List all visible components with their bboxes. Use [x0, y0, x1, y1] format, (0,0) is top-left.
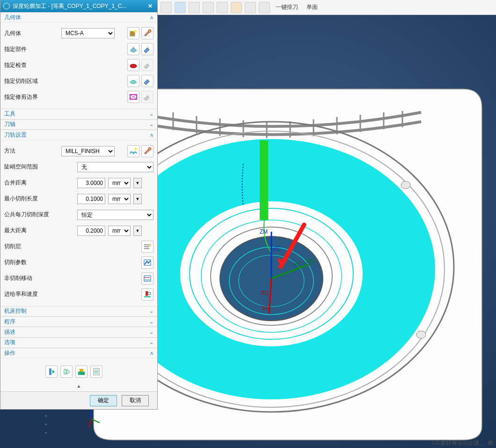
- chevron-up-icon: ʌ: [150, 350, 153, 356]
- max-dist-label: 最大距离: [4, 227, 74, 235]
- merge-dist-unit[interactable]: mm: [108, 178, 131, 188]
- section-operation-body: [0, 358, 157, 383]
- toolbar-icon[interactable]: [231, 2, 242, 13]
- axis-zc-label: ZC: [273, 245, 281, 252]
- min-cut-len-input[interactable]: [77, 194, 105, 204]
- wrench-icon[interactable]: [141, 27, 153, 39]
- section-description-label: 描述: [4, 328, 15, 336]
- svg-rect-49: [78, 372, 85, 375]
- zlevel-profile-dialog: 深度轮廓加工 - [等高_COPY_1_COPY_1_C... ✕ 几何体 ʌ …: [0, 0, 158, 410]
- part-geometry-icon[interactable]: [127, 43, 139, 55]
- section-options-header[interactable]: 选项 ⌄: [0, 338, 157, 348]
- flashlight-icon[interactable]: [141, 91, 153, 103]
- dropdown-arrow-icon[interactable]: ▼: [133, 226, 142, 236]
- chevron-down-icon: ⌄: [149, 308, 153, 314]
- section-geometry-body: 几何体 MCS-A 指定部件: [0, 22, 157, 109]
- toolbar-icon[interactable]: [245, 2, 256, 13]
- check-geometry-icon[interactable]: [127, 59, 139, 71]
- chevron-down-icon[interactable]: ⌄: [42, 420, 50, 426]
- flashlight-icon[interactable]: [141, 75, 153, 87]
- section-path-settings-header[interactable]: 刀轨设置 ʌ: [0, 130, 157, 140]
- app-top-toolbar: 一键排刀 单面: [158, 0, 496, 15]
- close-icon[interactable]: ✕: [146, 3, 154, 9]
- geometry-new-icon[interactable]: [127, 27, 139, 39]
- specify-part-label: 指定部件: [4, 45, 58, 53]
- svg-rect-46: [146, 291, 148, 296]
- cut-levels-label: 切削层: [4, 242, 74, 250]
- specify-cut-area-label: 指定切削区域: [4, 77, 58, 85]
- toolbar-label-1[interactable]: 一键排刀: [273, 3, 301, 11]
- flashlight-icon[interactable]: [141, 59, 153, 71]
- toolbar-icon[interactable]: [259, 2, 270, 13]
- section-geometry-label: 几何体: [4, 14, 21, 22]
- section-program-label: 程序: [4, 318, 15, 326]
- replay-toolpath-icon[interactable]: [60, 366, 73, 378]
- specify-trim-boundary-label: 指定修剪边界: [4, 93, 58, 101]
- dialog-titlebar[interactable]: 深度轮廓加工 - [等高_COPY_1_COPY_1_C... ✕: [0, 0, 157, 12]
- list-toolpath-icon[interactable]: [90, 366, 102, 378]
- toolbar-icon[interactable]: [189, 2, 200, 13]
- watermark-text: UG爱好者论坛@謙_、賴: [432, 439, 493, 447]
- min-cut-len-unit[interactable]: mm: [108, 194, 131, 204]
- svg-point-22: [401, 181, 410, 189]
- section-tool-header[interactable]: 工具 ⌄: [0, 109, 157, 119]
- feeds-speeds-icon[interactable]: [141, 288, 153, 301]
- section-description-header[interactable]: 描述 ⌄: [0, 327, 157, 337]
- section-options-label: 选项: [4, 338, 15, 346]
- section-operation-header[interactable]: 操作 ʌ: [0, 348, 157, 358]
- svg-point-40: [135, 147, 137, 150]
- section-machine-control-header[interactable]: 机床控制 ⌄: [0, 306, 157, 316]
- section-geometry-header[interactable]: 几何体 ʌ: [0, 12, 157, 22]
- max-dist-input[interactable]: [77, 226, 105, 236]
- toolbar-icon[interactable]: [203, 2, 214, 13]
- feeds-speeds-label: 进给率和速度: [4, 290, 74, 298]
- cut-params-icon[interactable]: [141, 257, 153, 269]
- cancel-button[interactable]: 取消: [122, 395, 149, 406]
- cut-levels-icon[interactable]: [141, 241, 153, 253]
- method-select[interactable]: MILL_FINISH: [61, 146, 115, 156]
- cut-area-icon[interactable]: [127, 75, 139, 87]
- section-operation-label: 操作: [4, 349, 15, 357]
- toolbar-label-2[interactable]: 单面: [304, 3, 321, 11]
- svg-point-36: [130, 64, 137, 68]
- chevron-up-icon: ʌ: [150, 15, 153, 21]
- dialog-footer: 确定 取消: [0, 391, 157, 409]
- steep-select[interactable]: 无: [77, 162, 153, 172]
- common-depth-select[interactable]: 恒定: [77, 210, 153, 220]
- chevron-down-icon: ⌄: [149, 319, 153, 325]
- generate-toolpath-icon[interactable]: [45, 366, 58, 378]
- wrench-icon[interactable]: [141, 145, 153, 157]
- dropdown-arrow-icon[interactable]: ▼: [133, 178, 142, 188]
- toolbar-icon[interactable]: [175, 2, 186, 13]
- method-label: 方法: [4, 147, 58, 155]
- section-tool-axis-header[interactable]: 刀轴 ⌄: [0, 119, 157, 130]
- section-tool-label: 工具: [4, 110, 15, 118]
- svg-point-23: [416, 331, 426, 338]
- gear-icon: [3, 3, 10, 9]
- toolbar-icon[interactable]: [217, 2, 228, 13]
- trim-boundary-icon[interactable]: [127, 91, 139, 103]
- toolbar-icon[interactable]: [160, 2, 172, 13]
- svg-rect-45: [144, 276, 151, 281]
- left-panel-chevrons: ⌄ ⌄ ⌄: [42, 412, 51, 434]
- chevron-down-icon[interactable]: ⌄: [42, 412, 50, 418]
- svg-rect-24: [260, 140, 268, 220]
- dialog-collapse-handle[interactable]: ▲: [0, 383, 157, 391]
- method-inherit-icon[interactable]: [127, 145, 139, 157]
- chevron-down-icon: ⌄: [149, 121, 153, 127]
- section-machine-control-label: 机床控制: [4, 307, 27, 315]
- dropdown-arrow-icon[interactable]: ▼: [133, 194, 142, 204]
- flashlight-icon[interactable]: [141, 43, 153, 55]
- svg-rect-48: [49, 368, 51, 375]
- svg-point-35: [148, 46, 150, 48]
- non-cutting-icon[interactable]: [141, 272, 153, 285]
- ok-button[interactable]: 确定: [90, 395, 117, 406]
- non-cutting-label: 非切削移动: [4, 274, 74, 282]
- verify-toolpath-icon[interactable]: [75, 366, 88, 378]
- max-dist-unit[interactable]: mm: [108, 226, 131, 236]
- section-program-header[interactable]: 程序 ⌄: [0, 316, 157, 327]
- geometry-select[interactable]: MCS-A: [61, 28, 115, 38]
- chevron-down-icon[interactable]: ⌄: [42, 429, 50, 434]
- steep-label: 陡峭空间范围: [4, 163, 74, 171]
- merge-dist-input[interactable]: [77, 178, 105, 188]
